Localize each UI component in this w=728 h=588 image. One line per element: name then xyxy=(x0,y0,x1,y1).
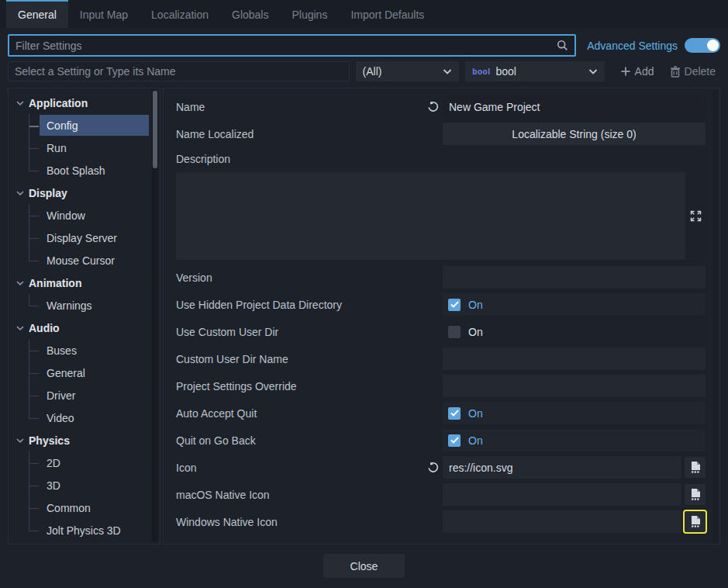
icon-file-cell: res://icon.svg xyxy=(443,456,706,479)
chevron-down-icon xyxy=(16,326,24,330)
tree-item-2d[interactable]: 2D xyxy=(29,451,149,474)
close-button[interactable]: Close xyxy=(323,554,405,578)
checkbox-unchecked-icon xyxy=(448,326,461,338)
use-custom-user-dir-checkbox[interactable]: On xyxy=(443,320,706,343)
type-selected-value: bool xyxy=(495,65,516,78)
load-file-button-focused[interactable] xyxy=(685,511,706,532)
tab-input-map[interactable]: Input Map xyxy=(68,0,140,28)
trash-icon xyxy=(670,66,681,78)
macos-native-icon-field[interactable] xyxy=(443,483,681,506)
tree-item-general[interactable]: General xyxy=(29,361,149,384)
settings-row: Use Custom User Dir On xyxy=(170,318,706,345)
load-file-button[interactable] xyxy=(685,484,706,505)
icon-path-field[interactable]: res://icon.svg xyxy=(443,456,681,479)
custom-user-dir-name-field[interactable] xyxy=(443,348,706,370)
tab-globals[interactable]: Globals xyxy=(220,0,280,28)
property-label: Quit on Go Back xyxy=(170,434,423,447)
tree-section-display[interactable]: Display xyxy=(9,182,149,204)
revert-icon[interactable] xyxy=(423,462,443,473)
tree-item-common[interactable]: Common xyxy=(29,496,149,519)
description-textarea[interactable] xyxy=(176,172,685,260)
property-label: Version xyxy=(170,272,423,284)
property-label: Project Settings Override xyxy=(170,380,423,393)
advanced-settings-toggle[interactable] xyxy=(685,38,720,53)
property-label: Use Custom User Dir xyxy=(170,326,423,338)
picker-row: Select a Setting or Type its Name (All) … xyxy=(0,61,728,88)
property-label: Name Localized xyxy=(170,128,423,140)
tab-general[interactable]: General xyxy=(6,0,68,28)
type-dropdown[interactable]: bool bool xyxy=(465,61,604,81)
windows-native-icon-cell xyxy=(443,510,706,533)
setting-name-input[interactable]: Select a Setting or Type its Name xyxy=(8,61,350,81)
settings-row: Windows Native Icon xyxy=(170,508,706,535)
search-icon xyxy=(557,40,568,51)
tree-item-warnings[interactable]: Warnings xyxy=(29,294,149,316)
tab-localization[interactable]: Localization xyxy=(140,0,220,28)
tree-scrollbar-grabber[interactable] xyxy=(153,91,157,168)
plus-icon xyxy=(620,66,631,77)
tree-section-animation[interactable]: Animation xyxy=(9,272,149,294)
filter-row: Filter Settings Advanced Settings xyxy=(0,28,728,61)
add-setting-button[interactable]: Add xyxy=(616,61,659,81)
windows-native-icon-field[interactable] xyxy=(443,510,681,533)
checkbox-checked-icon xyxy=(448,434,461,447)
file-icon xyxy=(690,462,701,473)
name-field[interactable]: New Game Project xyxy=(443,95,706,118)
property-label: Windows Native Icon xyxy=(170,516,423,528)
delete-setting-button[interactable]: Delete xyxy=(665,61,720,81)
dialog-footer: Close xyxy=(0,545,728,587)
tree-item-buses[interactable]: Buses xyxy=(29,339,149,361)
checkbox-checked-icon xyxy=(448,299,461,311)
checkbox-checked-icon xyxy=(448,407,461,420)
tree-item-run[interactable]: Run xyxy=(29,137,149,159)
tree-item-boot-splash[interactable]: Boot Splash xyxy=(29,159,149,182)
properties-scrollbar[interactable] xyxy=(712,90,718,542)
settings-row: Version xyxy=(170,264,706,291)
filter-placeholder: Filter Settings xyxy=(16,40,82,52)
property-label: Name xyxy=(170,101,423,113)
tree-section-physics[interactable]: Physics xyxy=(9,429,149,451)
settings-row: Quit on Go Back On xyxy=(170,427,706,454)
property-label: macOS Native Icon xyxy=(170,489,423,501)
settings-row: Use Hidden Project Data Directory On xyxy=(170,291,706,318)
tree-section-application[interactable]: Application xyxy=(9,92,149,114)
settings-properties-panel: Name New Game Project Name Localized Loc… xyxy=(163,88,720,545)
tree-item-display-server[interactable]: Display Server xyxy=(29,227,149,249)
category-dropdown[interactable]: (All) xyxy=(356,61,460,81)
tab-plugins[interactable]: Plugins xyxy=(280,0,339,28)
name-localized-button[interactable]: Localizable String (size 0) xyxy=(443,123,706,145)
tree-item-driver[interactable]: Driver xyxy=(29,384,149,406)
toggle-knob xyxy=(707,40,719,51)
tree-item-config[interactable]: Config xyxy=(29,114,149,137)
tree-item-jolt-physics-3d[interactable]: Jolt Physics 3D xyxy=(29,519,149,541)
tree-scrollbar[interactable] xyxy=(152,90,158,542)
tree-item-window[interactable]: Window xyxy=(29,204,149,227)
chevron-down-icon xyxy=(588,69,598,74)
file-icon xyxy=(690,489,701,500)
macos-native-icon-cell xyxy=(443,483,706,506)
chevron-down-icon xyxy=(443,69,452,74)
property-label: Custom User Dir Name xyxy=(170,353,423,365)
settings-row: macOS Native Icon xyxy=(170,481,706,508)
project-settings-override-field[interactable] xyxy=(443,375,706,397)
delete-button-label: Delete xyxy=(685,65,716,78)
quit-on-go-back-checkbox[interactable]: On xyxy=(443,429,706,451)
bool-type-icon: bool xyxy=(472,67,490,76)
expand-icon[interactable] xyxy=(690,210,702,222)
tab-import-defaults[interactable]: Import Defaults xyxy=(339,0,436,28)
use-hidden-project-data-directory-checkbox[interactable]: On xyxy=(443,293,706,316)
auto-accept-quit-checkbox[interactable]: On xyxy=(443,402,706,424)
chevron-down-icon xyxy=(16,281,24,285)
description-editor xyxy=(176,172,706,260)
tree-item-video[interactable]: Video xyxy=(29,406,149,429)
load-file-button[interactable] xyxy=(685,457,706,478)
add-button-label: Add xyxy=(635,65,654,78)
tree-section-audio[interactable]: Audio xyxy=(9,316,149,339)
revert-icon[interactable] xyxy=(423,101,443,112)
category-selected-value: (All) xyxy=(363,65,382,78)
property-label: Auto Accept Quit xyxy=(170,407,423,420)
tree-item-3d[interactable]: 3D xyxy=(29,474,149,496)
filter-settings-input[interactable]: Filter Settings xyxy=(8,34,576,57)
tree-item-mouse-cursor[interactable]: Mouse Cursor xyxy=(29,249,149,272)
version-field[interactable] xyxy=(443,266,706,289)
